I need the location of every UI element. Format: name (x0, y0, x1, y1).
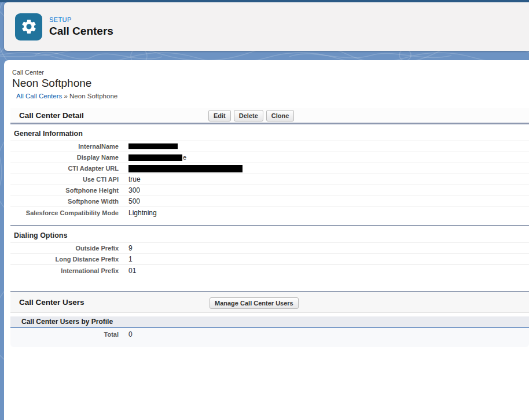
redacted-value-bar (128, 154, 182, 161)
field-label: Total (10, 331, 119, 338)
field-label: Outside Prefix (10, 245, 119, 252)
table-row: InternalName (10, 141, 529, 152)
field-value: true (119, 175, 141, 183)
section-divider (10, 225, 529, 226)
section-title: Call Center Detail (10, 111, 84, 120)
table-row: Long Distance Prefix1 (10, 254, 529, 265)
field-value: 500 (119, 197, 140, 205)
section-title: Call Center Users (10, 298, 85, 307)
page-header-title: Call Centers (49, 25, 113, 38)
users-totals: Total0 (10, 328, 529, 341)
field-value (119, 165, 243, 172)
table-row: Outside Prefix9 (10, 243, 529, 254)
setup-header: SETUP Call Centers (4, 2, 529, 51)
field-value: 300 (119, 186, 140, 194)
table-row: Display Namee (10, 152, 529, 163)
field-value: 01 (119, 267, 136, 275)
breadcrumb-current: Neon Softphone (69, 93, 117, 100)
general-information-table: InternalNameDisplay NameeCTI Adapter URL… (10, 141, 529, 218)
detail-button-row: EditDeleteClone (208, 110, 294, 121)
field-label: Display Name (10, 154, 119, 161)
field-label: International Prefix (10, 267, 119, 274)
field-label: Softphone Width (10, 198, 119, 205)
field-label: InternalName (10, 143, 119, 150)
table-row: Salesforce Compatibility ModeLightning (10, 207, 529, 218)
redacted-value-bar (128, 165, 243, 172)
breadcrumb: All Call Centers » Neon Softphone (16, 93, 529, 100)
field-value: 9 (119, 244, 133, 252)
table-row: Total0 (10, 328, 529, 341)
top-edge-strip (0, 0, 529, 2)
content-panel: Call Center Neon Softphone All Call Cent… (4, 60, 529, 420)
dialing-options-table: Outside Prefix9Long Distance Prefix1Inte… (10, 242, 529, 276)
field-label: Salesforce Compatibility Mode (10, 209, 119, 216)
field-value: 1 (119, 255, 133, 263)
gear-icon (15, 13, 42, 40)
field-label: Long Distance Prefix (10, 256, 119, 263)
page-head: Call Center Neon Softphone All Call Cent… (4, 60, 529, 100)
field-value: 0 (119, 330, 133, 338)
redacted-value-bar (128, 143, 178, 149)
detail-body: General Information InternalNameDisplay … (10, 130, 529, 276)
users-by-profile-table: Call Center Users by Profile Total0 (10, 316, 529, 347)
manage-call-center-users-button[interactable]: Manage Call Center Users (210, 297, 299, 309)
field-label: CTI Adapter URL (10, 165, 119, 172)
users-by-profile-heading-band: Call Center Users by Profile (10, 316, 529, 328)
redacted-value-overflow: e (183, 154, 186, 161)
setup-eyebrow: SETUP (49, 16, 113, 23)
delete-button[interactable]: Delete (234, 110, 263, 121)
field-label: Use CTI API (10, 176, 119, 183)
group-heading-dialing-options: Dialing Options (14, 231, 529, 240)
table-row: CTI Adapter URL (10, 163, 529, 174)
edit-button[interactable]: Edit (208, 110, 231, 121)
field-label: Softphone Height (10, 187, 119, 194)
field-value: Lightning (119, 209, 157, 217)
clone-button[interactable]: Clone (266, 110, 295, 121)
table-row: Softphone Width500 (10, 196, 529, 207)
breadcrumb-separator: » (64, 93, 67, 100)
users-by-profile-heading: Call Center Users by Profile (10, 318, 113, 326)
breadcrumb-link-all-call-centers[interactable]: All Call Centers (16, 93, 62, 100)
field-value (119, 143, 178, 149)
field-value: e (119, 154, 186, 161)
entity-type-label: Call Center (12, 69, 529, 76)
call-center-users-header: Call Center Users Manage Call Center Use… (10, 291, 529, 313)
group-heading-general-information: General Information (14, 130, 529, 138)
page-title: Neon Softphone (12, 77, 529, 90)
call-center-detail-header: Call Center Detail EditDeleteClone (10, 108, 529, 124)
table-row: Use CTI APItrue (10, 174, 529, 185)
table-row: Softphone Height300 (10, 185, 529, 196)
table-row: International Prefix01 (10, 265, 529, 276)
users-button-row: Manage Call Center Users (210, 297, 299, 309)
